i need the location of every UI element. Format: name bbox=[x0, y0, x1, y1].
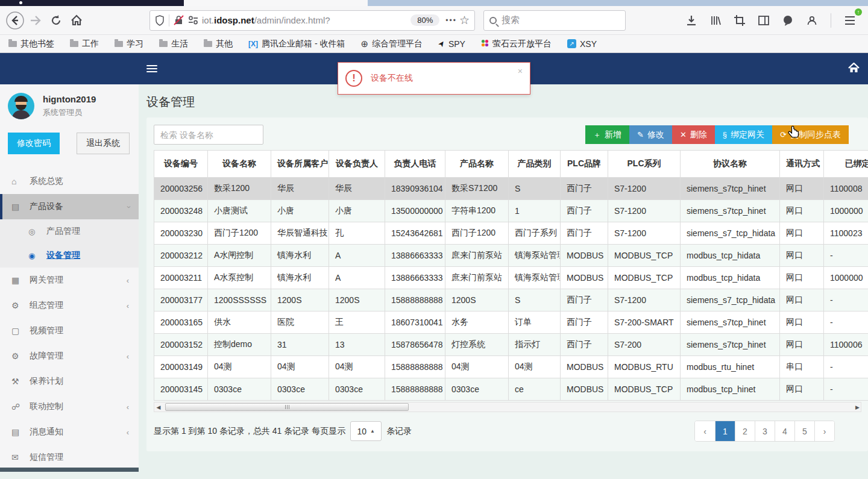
column-header[interactable]: 产品名称 bbox=[445, 151, 509, 178]
column-header[interactable]: PLC系列 bbox=[608, 151, 681, 178]
page-actions-icon[interactable]: ••• bbox=[445, 16, 457, 25]
sidebars-icon[interactable] bbox=[753, 10, 774, 31]
active-tab[interactable] bbox=[184, 0, 368, 6]
pager-next[interactable]: › bbox=[814, 421, 834, 441]
downloads-icon[interactable] bbox=[681, 10, 702, 31]
sidebar-item-视频管理[interactable]: ▢视频管理 bbox=[0, 318, 139, 343]
user-role: 系统管理员 bbox=[43, 107, 96, 118]
table-cell: 1100023 bbox=[824, 222, 868, 245]
column-header[interactable]: 设备所属客户 bbox=[271, 151, 329, 178]
scroll-left-arrow-icon[interactable]: ◀ bbox=[154, 404, 163, 410]
tracking-shield-icon[interactable] bbox=[155, 15, 165, 26]
bookmark-item[interactable]: ↗XSY bbox=[567, 39, 597, 49]
bookmark-item[interactable]: 生活 bbox=[159, 39, 188, 49]
table-cell: 200003212 bbox=[154, 245, 208, 267]
action-button-绑定网关[interactable]: §绑定网关 bbox=[715, 125, 772, 144]
sidebar-item-故障管理[interactable]: ⚙故障管理‹ bbox=[0, 343, 139, 369]
sidebar-toggle-icon[interactable] bbox=[146, 65, 157, 72]
table-cell: MODBUS bbox=[561, 356, 608, 378]
url-bar[interactable]: iot.idosp.net/admin/index.html? 80% ••• … bbox=[149, 10, 475, 31]
table-cell: 0303ce bbox=[445, 378, 509, 401]
menu-hamburger-icon[interactable]: ↑ bbox=[840, 10, 860, 31]
bookmark-item[interactable]: 学习 bbox=[115, 39, 143, 49]
table-row[interactable]: 200003211A水泵控制镇海水利A13886663333庶来门前泵站镇海泵站… bbox=[154, 267, 868, 289]
bookmark-item[interactable]: 其他 bbox=[204, 39, 233, 49]
action-button-新增[interactable]: ＋新增 bbox=[585, 125, 629, 144]
column-header[interactable]: 设备名称 bbox=[208, 151, 271, 178]
scroll-right-arrow-icon[interactable]: ▶ bbox=[855, 404, 860, 410]
table-row[interactable]: 20000314904测04测04测1588888888804测04测MODBU… bbox=[154, 356, 868, 378]
scrollbar-thumb[interactable] bbox=[165, 403, 409, 411]
action-button-复制同步点表[interactable]: ⟳复制同步点表 bbox=[772, 125, 849, 144]
bookmark-item[interactable]: [X]腾讯企业邮箱 - 收件箱 bbox=[248, 39, 345, 49]
table-cell: 1200S bbox=[445, 289, 509, 312]
bookmark-star-icon[interactable]: ☆ bbox=[459, 13, 470, 27]
home-icon: ⌂ bbox=[11, 177, 22, 186]
insecure-lock-icon[interactable] bbox=[174, 15, 184, 25]
x-icon: ✕ bbox=[680, 130, 687, 139]
submenu-item-设备管理[interactable]: ◉设备管理 bbox=[0, 243, 139, 268]
pager-page-1[interactable]: 1 bbox=[715, 421, 735, 441]
table-cell: 200003165 bbox=[154, 312, 208, 334]
submenu-item-产品管理[interactable]: ◎产品管理 bbox=[0, 219, 139, 243]
app-home-icon[interactable] bbox=[848, 63, 860, 75]
table-row[interactable]: 2000031771200SSSSSS1200S1200S15888888888… bbox=[154, 289, 868, 312]
column-header[interactable]: PLC品牌 bbox=[561, 151, 608, 178]
browser-search-box[interactable]: 搜索 bbox=[483, 10, 626, 31]
column-header[interactable]: 协议名称 bbox=[681, 151, 780, 178]
sidebar-item-label: 保养计划 bbox=[30, 376, 129, 387]
chat-bubble-icon[interactable] bbox=[778, 10, 798, 31]
action-button-修改[interactable]: ✎修改 bbox=[629, 125, 672, 144]
pager-page-3[interactable]: 3 bbox=[755, 421, 775, 441]
sidebar-item-系统总览[interactable]: ⌂系统总览 bbox=[0, 169, 139, 194]
logout-button[interactable]: 退出系统 bbox=[77, 133, 130, 154]
column-header[interactable]: 产品类别 bbox=[509, 151, 561, 178]
table-row[interactable]: 200003165供水医院王18607310041水务订单西门子S7-200-S… bbox=[154, 312, 868, 334]
sidebar-item-产品设备[interactable]: ▤产品设备‹ bbox=[0, 194, 139, 219]
horizontal-scrollbar[interactable]: ◀ ▶ bbox=[154, 402, 861, 412]
bookmark-item[interactable]: 其他书签 bbox=[8, 39, 54, 49]
pager-page-2[interactable]: 2 bbox=[735, 421, 755, 441]
column-header[interactable]: 负责人电话 bbox=[385, 151, 445, 178]
account-icon[interactable] bbox=[802, 10, 822, 31]
sidebar-item-组态管理[interactable]: ⚙组态管理‹ bbox=[0, 293, 139, 318]
page-size-select[interactable]: 10 ▲ bbox=[350, 421, 382, 441]
permissions-icon[interactable] bbox=[188, 16, 198, 25]
forward-button[interactable] bbox=[25, 10, 46, 31]
column-header[interactable]: 设备负责人 bbox=[329, 151, 385, 178]
home-button[interactable] bbox=[66, 10, 87, 31]
sidebar-item-保养计划[interactable]: ⚒保养计划 bbox=[0, 369, 139, 394]
device-search-input[interactable] bbox=[154, 125, 263, 145]
sidebar-item-网关管理[interactable]: ▦网关管理‹ bbox=[0, 268, 139, 293]
table-row[interactable]: 200003212A水闸控制镇海水利A13886663333庶来门前泵站镇海泵站… bbox=[154, 245, 868, 267]
zoom-level-badge[interactable]: 80% bbox=[410, 14, 439, 26]
column-header[interactable]: 已绑定网关 bbox=[824, 151, 868, 178]
bookmark-item[interactable]: 工作 bbox=[70, 39, 99, 49]
bookmark-item[interactable]: 萤石云开放平台 bbox=[481, 39, 552, 49]
action-button-删除[interactable]: ✕删除 bbox=[672, 125, 715, 144]
change-password-button[interactable]: 修改密码 bbox=[8, 133, 60, 154]
url-text[interactable]: iot.idosp.net/admin/index.html? bbox=[202, 15, 410, 25]
table-row[interactable]: 200003248小唐测试小唐小唐13500000000字符串12001西门子S… bbox=[154, 200, 868, 222]
screenshot-crop-icon[interactable] bbox=[729, 10, 750, 31]
pager-page-4[interactable]: 4 bbox=[775, 421, 794, 441]
alert-close-icon[interactable]: × bbox=[518, 66, 523, 76]
sidebar-item-短信管理[interactable]: ✉短信管理 bbox=[0, 445, 139, 470]
back-button[interactable] bbox=[5, 10, 25, 31]
table-cell: 200003248 bbox=[154, 200, 208, 222]
bookmark-item[interactable]: ➤SPY bbox=[438, 39, 465, 49]
pager-page-5[interactable]: 5 bbox=[794, 421, 814, 441]
table-row[interactable]: 2000031450303ce0303ce0303ce1588888888803… bbox=[154, 378, 868, 401]
table-row[interactable]: 200003256数采1200华辰华辰18390936104数采S71200S西… bbox=[154, 178, 868, 200]
bookmark-item[interactable]: ⊕综合管理平台 bbox=[360, 39, 423, 49]
pager-prev[interactable]: ‹ bbox=[695, 421, 715, 441]
column-header[interactable]: 设备编号 bbox=[154, 151, 208, 178]
sidebar-item-联动控制[interactable]: ☍联动控制‹ bbox=[0, 394, 139, 419]
table-row[interactable]: 200003152控制demo311315878656478灯控系统指示灯西门子… bbox=[154, 334, 868, 356]
sidebar-item-消息通知[interactable]: ▤消息通知‹ bbox=[0, 419, 139, 445]
table-cell: siemens_s7tcp_hinet bbox=[681, 334, 780, 356]
table-row[interactable]: 200003230西门子1200华辰智通科技孔15243642681西门子120… bbox=[154, 222, 868, 245]
column-header[interactable]: 通讯方式 bbox=[780, 151, 824, 178]
library-icon[interactable] bbox=[705, 10, 726, 31]
reload-button[interactable] bbox=[46, 10, 66, 31]
